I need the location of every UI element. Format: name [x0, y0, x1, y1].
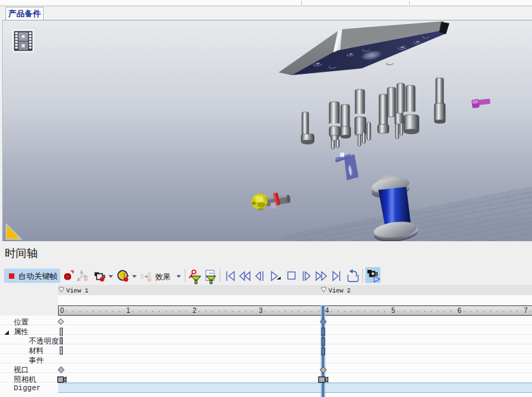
- svg-text:View 2: View 2: [328, 288, 350, 295]
- svg-text:效果: 效果: [155, 273, 171, 281]
- svg-text:View 1: View 1: [66, 288, 88, 295]
- svg-text:自动关键帧: 自动关键帧: [18, 272, 58, 280]
